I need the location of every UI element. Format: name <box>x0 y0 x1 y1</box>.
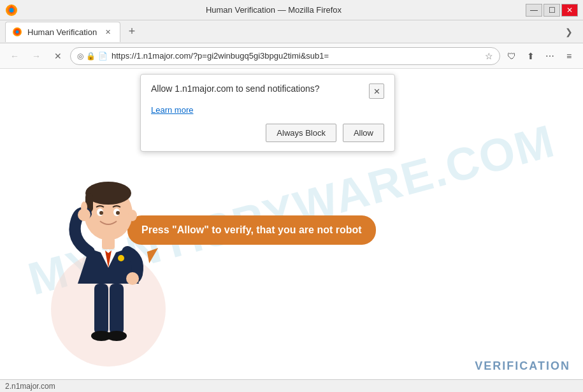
popup-header: Allow 1.n1major.com to send notification… <box>151 83 384 99</box>
svg-point-17 <box>81 201 87 213</box>
allow-button[interactable]: Allow <box>343 124 384 142</box>
new-tab-button[interactable]: + <box>123 23 141 41</box>
nav-right-icons: 🛡 ⬆ ⋯ ≡ <box>503 47 578 65</box>
svg-point-11 <box>99 211 103 215</box>
svg-point-14 <box>128 210 137 221</box>
character-illustration <box>38 175 178 379</box>
share-icon[interactable]: ⬆ <box>522 47 540 65</box>
svg-rect-20 <box>110 284 124 335</box>
svg-point-18 <box>126 272 139 285</box>
window-controls: — ☐ ✕ <box>526 4 578 17</box>
back-button[interactable]: ← <box>5 47 24 66</box>
container-icon[interactable]: 🛡 <box>503 47 521 65</box>
url-input[interactable] <box>112 51 481 61</box>
always-block-button[interactable]: Always Block <box>266 124 336 142</box>
svg-point-12 <box>116 211 120 215</box>
status-url: 2.n1major.com <box>5 382 55 391</box>
popup-buttons: Always Block Allow <box>151 124 384 142</box>
popup-title: Allow 1.n1major.com to send notification… <box>151 83 369 94</box>
maximize-button[interactable]: ☐ <box>543 4 560 17</box>
firefox-icon <box>5 4 18 17</box>
popup-close-button[interactable]: ✕ <box>369 83 384 99</box>
page-content: Allow 1.n1major.com to send notification… <box>0 69 583 379</box>
svg-rect-15 <box>102 238 115 249</box>
lock-icon: 🔒 <box>86 52 96 61</box>
bottom-right-watermark: VERIFICATION <box>475 359 570 373</box>
tab-close-button[interactable]: ✕ <box>102 26 113 38</box>
svg-point-23 <box>118 255 124 261</box>
notification-popup: Allow 1.n1major.com to send notification… <box>140 74 395 152</box>
svg-point-5 <box>16 31 19 34</box>
reader-mode-icon: 📄 <box>98 52 108 61</box>
browser-tab[interactable]: Human Verification ✕ <box>5 22 120 42</box>
url-security-icons: ◎ 🔒 📄 <box>77 52 108 61</box>
status-bar: 2.n1major.com <box>0 379 583 392</box>
tab-favicon <box>12 27 22 37</box>
forward-button[interactable]: → <box>27 47 46 66</box>
window-title: Human Verification — Mozilla Firefox <box>22 5 526 15</box>
learn-more-link[interactable]: Learn more <box>151 105 193 115</box>
svg-rect-19 <box>94 284 108 335</box>
extensions-icon[interactable]: ⋯ <box>541 47 559 65</box>
tracking-protection-icon: ◎ <box>77 52 83 61</box>
title-bar: Human Verification — Mozilla Firefox — ☐… <box>0 0 583 20</box>
bookmark-star-icon[interactable]: ☆ <box>485 51 493 61</box>
reload-button[interactable]: ✕ <box>48 47 68 66</box>
minimize-button[interactable]: — <box>526 4 542 17</box>
svg-point-22 <box>106 331 127 341</box>
menu-button[interactable]: ≡ <box>560 47 578 65</box>
close-button[interactable]: ✕ <box>561 4 578 17</box>
nav-bar: ← → ✕ ◎ 🔒 📄 ☆ 🛡 ⬆ ⋯ ≡ <box>0 43 583 69</box>
svg-point-2 <box>10 8 14 12</box>
tab-title: Human Verification <box>27 27 97 37</box>
url-bar: ◎ 🔒 📄 ☆ <box>70 47 500 65</box>
tab-bar: Human Verification ✕ + ❯ <box>0 20 583 43</box>
tab-list-chevron[interactable]: ❯ <box>560 23 578 41</box>
